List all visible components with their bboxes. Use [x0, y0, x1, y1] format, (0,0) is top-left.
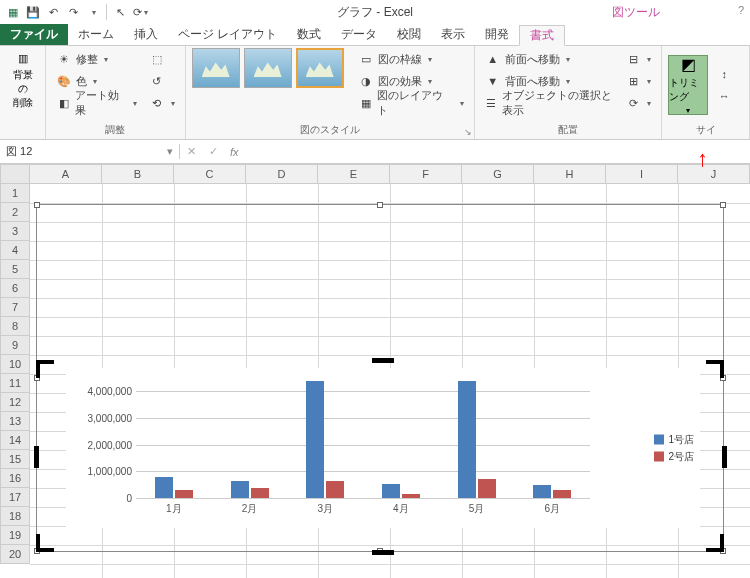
tab-data[interactable]: データ	[331, 24, 387, 45]
compress-icon[interactable]: ⬚	[145, 48, 179, 70]
corrections-button[interactable]: ☀修整	[52, 48, 141, 70]
row-header[interactable]: 12	[0, 393, 30, 412]
undo-icon[interactable]: ↶	[44, 3, 62, 21]
crop-button[interactable]: ◩ トリミング ▾	[668, 55, 708, 115]
picture-border-button[interactable]: ▭図の枠線	[354, 48, 468, 70]
tab-file[interactable]: ファイル	[0, 24, 68, 45]
rotate-icon: ⟳	[625, 95, 641, 111]
remove-bg-icon: ▥	[15, 50, 31, 66]
column-header[interactable]: B	[102, 164, 174, 184]
width-field[interactable]: ↔	[712, 85, 736, 107]
name-box[interactable]: 図 12▾	[0, 144, 180, 159]
tab-pagelayout[interactable]: ページ レイアウト	[168, 24, 287, 45]
row-header[interactable]: 6	[0, 279, 30, 298]
column-header[interactable]: H	[534, 164, 606, 184]
annotation-arrow: ↑	[697, 146, 708, 172]
column-header[interactable]: A	[30, 164, 102, 184]
selection-pane-button[interactable]: ☰オブジェクトの選択と表示	[481, 92, 617, 114]
tab-insert[interactable]: 挿入	[124, 24, 168, 45]
row-header[interactable]: 1	[0, 184, 30, 203]
row-header[interactable]: 17	[0, 488, 30, 507]
crop-handle-br[interactable]	[706, 534, 724, 552]
select-all-corner[interactable]	[0, 164, 30, 184]
pointer-icon[interactable]: ↖	[111, 3, 129, 21]
artistic-icon: ◧	[56, 95, 71, 111]
effects-icon: ◑	[358, 73, 374, 89]
qat-more-icon[interactable]	[84, 3, 102, 21]
save-icon[interactable]: 💾	[24, 3, 42, 21]
chart-bar	[175, 490, 193, 498]
tab-home[interactable]: ホーム	[68, 24, 124, 45]
chart-bar	[478, 479, 496, 498]
align-icon: ⊟	[625, 51, 641, 67]
column-header[interactable]: I	[606, 164, 678, 184]
spreadsheet-grid[interactable]: 1234567891011121314151617181920 01,000,0…	[0, 184, 750, 578]
rotate-button[interactable]: ⟳	[621, 92, 655, 114]
column-header[interactable]: C	[174, 164, 246, 184]
tab-developer[interactable]: 開発	[475, 24, 519, 45]
row-header[interactable]: 14	[0, 431, 30, 450]
crop-handle-bl[interactable]	[36, 534, 54, 552]
fx-icon[interactable]: fx	[224, 146, 245, 158]
tab-format[interactable]: 書式	[519, 25, 565, 46]
row-header[interactable]: 15	[0, 450, 30, 469]
enter-icon[interactable]: ✓	[202, 145, 224, 158]
crop-handle-tr[interactable]	[706, 360, 724, 378]
column-header[interactable]: E	[318, 164, 390, 184]
crop-handle-tl[interactable]	[36, 360, 54, 378]
help-icon[interactable]: ?	[738, 4, 744, 16]
bring-forward-button[interactable]: ▲前面へ移動	[481, 48, 617, 70]
picture-layout-button[interactable]: ▦図のレイアウト	[354, 92, 468, 114]
row-header[interactable]: 8	[0, 317, 30, 336]
chart-bar	[402, 494, 420, 498]
redo-icon[interactable]: ↷	[64, 3, 82, 21]
row-header[interactable]: 4	[0, 241, 30, 260]
crop-handle-top[interactable]	[372, 358, 394, 363]
cancel-icon[interactable]: ✕	[180, 145, 202, 158]
row-header[interactable]: 2	[0, 203, 30, 222]
dialog-launcher-icon[interactable]: ↘	[464, 127, 472, 137]
crop-handle-left[interactable]	[34, 446, 39, 468]
refresh-icon[interactable]: ⟳	[131, 3, 149, 21]
height-field[interactable]: ↕	[712, 63, 736, 85]
tab-review[interactable]: 校閲	[387, 24, 431, 45]
chart-plot-area: 01,000,0002,000,0003,000,0004,000,0001月2…	[136, 378, 590, 498]
embedded-chart[interactable]: 01,000,0002,000,0003,000,0004,000,0001月2…	[66, 368, 700, 528]
row-header[interactable]: 20	[0, 545, 30, 564]
style-swatch[interactable]	[244, 48, 292, 88]
row-header[interactable]: 13	[0, 412, 30, 431]
row-header[interactable]: 16	[0, 469, 30, 488]
title-bar: ▦ 💾 ↶ ↷ ↖ ⟳ グラフ - Excel 図ツール ?	[0, 0, 750, 24]
column-header[interactable]: G	[462, 164, 534, 184]
chart-legend: 1号店2号店	[654, 430, 694, 467]
crop-handle-right[interactable]	[722, 446, 727, 468]
row-header[interactable]: 10	[0, 355, 30, 374]
row-header[interactable]: 7	[0, 298, 30, 317]
tab-view[interactable]: 表示	[431, 24, 475, 45]
group-style-label: 図のスタイル	[192, 121, 468, 139]
chart-bar	[231, 481, 249, 498]
excel-icon: ▦	[4, 3, 22, 21]
column-header[interactable]: J	[678, 164, 750, 184]
row-header[interactable]: 11	[0, 374, 30, 393]
chart-bar	[326, 481, 344, 498]
crop-handle-bottom[interactable]	[372, 550, 394, 555]
column-header[interactable]: F	[390, 164, 462, 184]
tab-formulas[interactable]: 数式	[287, 24, 331, 45]
row-header[interactable]: 9	[0, 336, 30, 355]
row-header[interactable]: 5	[0, 260, 30, 279]
column-header[interactable]: D	[246, 164, 318, 184]
picture-style-gallery[interactable]	[192, 48, 344, 88]
row-header[interactable]: 3	[0, 222, 30, 241]
reset-picture-icon[interactable]: ⟲	[145, 92, 179, 114]
row-header[interactable]: 19	[0, 526, 30, 545]
style-swatch[interactable]	[192, 48, 240, 88]
change-picture-icon[interactable]: ↺	[145, 70, 179, 92]
brightness-icon: ☀	[56, 51, 72, 67]
group-button[interactable]: ⊞	[621, 70, 655, 92]
align-button[interactable]: ⊟	[621, 48, 655, 70]
remove-background-button[interactable]: ▥ 背景の 削除	[6, 48, 39, 112]
style-swatch-selected[interactable]	[296, 48, 344, 88]
row-header[interactable]: 18	[0, 507, 30, 526]
artistic-effects-button[interactable]: ◧アート効果	[52, 92, 141, 114]
